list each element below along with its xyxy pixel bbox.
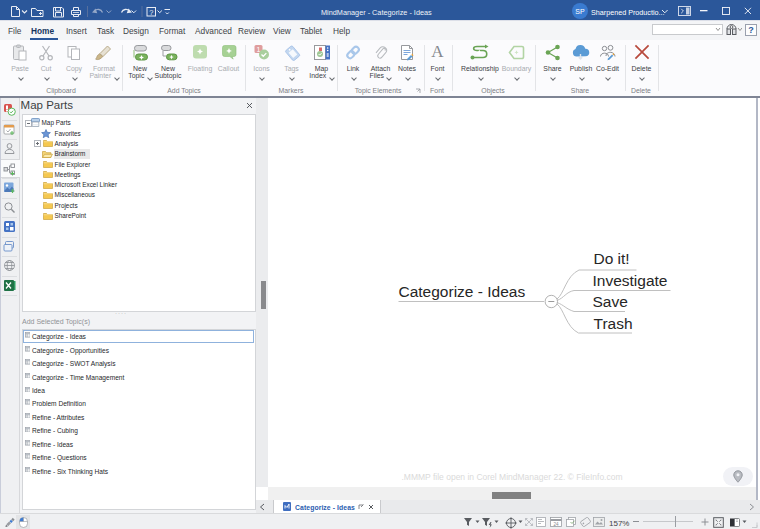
svg-text:?: ? bbox=[149, 8, 153, 17]
svg-text:SP: SP bbox=[575, 8, 585, 15]
svg-text:24: 24 bbox=[553, 522, 559, 527]
